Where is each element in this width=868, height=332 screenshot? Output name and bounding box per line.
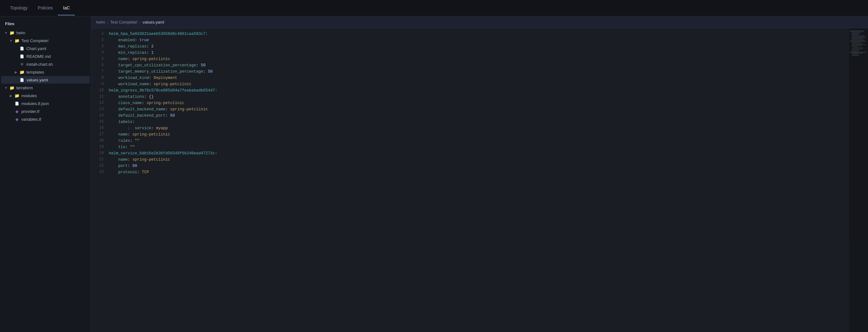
chevron-placeholder — [9, 117, 13, 121]
yaml-value: 1 — [151, 51, 154, 55]
tree-item-terraform[interactable]: ▼📁terraform — [1, 84, 90, 92]
tree-item-label: Chart.yaml — [26, 46, 46, 51]
tree-item-helm[interactable]: ▼📁helm — [1, 29, 90, 36]
code-line: 14 default_backend_port: 80 — [91, 112, 849, 119]
yaml-value: spring-petclinic — [132, 132, 170, 137]
yaml-colon: : — [147, 51, 151, 55]
content-area: helm › Test Complete! › values.yaml 1hel… — [91, 16, 868, 332]
code-content: helm_hpa_5a8d3621aeeb53658d8c4061caa583c… — [109, 31, 844, 37]
breadcrumb-helm: helm — [96, 20, 105, 25]
yaml-key-top: helm_service_6db16e2b36fd50349f6b240ead4… — [109, 151, 217, 156]
tree-item-modules[interactable]: ▶📁modules — [1, 92, 90, 99]
code-line: 9 workload_name: spring-petclinic — [91, 81, 849, 88]
yaml-colon: : — [165, 113, 170, 118]
svg-rect-12 — [851, 43, 863, 44]
tree-item-test-complete[interactable]: ▼📁Test Complete! — [1, 37, 90, 44]
chevron-icon: ▼ — [4, 86, 8, 90]
yaml-key: rules — [118, 139, 130, 143]
line-number: 21 — [91, 157, 104, 163]
yaml-key: default_backend_port — [118, 113, 165, 118]
yaml-colon: : — [196, 63, 201, 68]
line-number: 18 — [91, 138, 104, 144]
line-number: 10 — [91, 88, 104, 93]
code-line: 8 workload_kind: Deployment — [91, 75, 849, 81]
tab-iac[interactable]: IaC — [58, 1, 75, 15]
code-line: 5 name: spring-petclinic — [91, 56, 849, 62]
code-editor[interactable]: 1helm_hpa_5a8d3621aeeb53658d8c4061caa583… — [91, 28, 849, 332]
svg-rect-15 — [851, 46, 857, 47]
svg-rect-18 — [851, 50, 859, 50]
yaml-value: TCP — [142, 170, 149, 174]
file-icon: 📄 — [20, 54, 25, 59]
code-content: min_replicas: 1 — [109, 50, 844, 56]
code-indent — [109, 158, 118, 162]
svg-rect-4 — [851, 34, 859, 35]
code-indent — [109, 170, 118, 174]
code-content: rules: "" — [109, 138, 844, 144]
folder-icon: 📁 — [14, 38, 20, 43]
line-number: 23 — [91, 169, 104, 175]
tree-item-label: Test Complete! — [21, 38, 49, 43]
yaml-key: min_replicas — [118, 51, 147, 55]
tree-item-variables-tf[interactable]: ◆variables.tf — [1, 115, 90, 123]
tree-item-provider-tf[interactable]: ◆provider.tf — [1, 107, 90, 115]
line-number: 5 — [91, 56, 104, 62]
yaml-colon: : — [135, 38, 140, 42]
tree-item-values-yaml[interactable]: 📄values.yaml — [1, 76, 90, 84]
tree-item-chart-yaml[interactable]: 📄Chart.yaml — [1, 45, 90, 52]
code-line: 18 rules: "" — [91, 138, 849, 144]
yaml-key: port — [118, 164, 128, 168]
yaml-colon: : — [151, 126, 156, 130]
code-indent — [109, 63, 118, 68]
code-indent — [109, 107, 118, 111]
yaml-value: 50 — [208, 69, 213, 74]
code-line: 6 target_cpu_utilization_percentage: 50 — [91, 62, 849, 69]
yaml-colon: : — [144, 95, 149, 99]
terraform-icon: ◆ — [14, 117, 20, 122]
tree-item-templates[interactable]: ▶📁templates — [1, 68, 90, 76]
line-number: 13 — [91, 106, 104, 112]
breadcrumb-test-complete: Test Complete! — [111, 20, 138, 25]
tree-item-modules-tf-json[interactable]: 📄modules.tf.json — [1, 100, 90, 107]
code-content: target_memory_utilization_percentage: 50 — [109, 69, 844, 75]
line-number: 22 — [91, 163, 104, 169]
line-number: 3 — [91, 43, 104, 49]
code-content: helm_service_6db16e2b36fd50349f6b240ead4… — [109, 150, 844, 157]
code-line: 12 class_name: spring-petclinic — [91, 100, 849, 106]
chevron-icon: ▼ — [9, 38, 13, 43]
yaml-colon: : — [147, 44, 151, 49]
code-content: | service: myapp — [109, 125, 844, 131]
code-line: 22 port: 80 — [91, 163, 849, 169]
code-line: 4 min_replicas: 1 — [91, 50, 849, 56]
code-line: 17 name: spring-petclinic — [91, 131, 849, 138]
tab-topology[interactable]: Topology — [5, 1, 33, 15]
yaml-value: 80 — [132, 164, 137, 168]
breadcrumb: helm › Test Complete! › values.yaml — [91, 16, 868, 28]
tree-item-label: provider.tf — [21, 109, 39, 114]
code-line: 1helm_hpa_5a8d3621aeeb53658d8c4061caa583… — [91, 31, 849, 37]
line-number: 2 — [91, 37, 104, 43]
line-number: 19 — [91, 144, 104, 150]
yaml-key: default_backend_name — [118, 107, 165, 111]
yaml-colon: : — [128, 158, 132, 162]
code-content: port: 80 — [109, 163, 844, 169]
yaml-key: name — [118, 132, 128, 137]
tab-policies[interactable]: Policies — [33, 1, 58, 15]
svg-rect-0 — [849, 28, 868, 217]
yaml-value: spring-petclinic — [132, 158, 170, 162]
yaml-value: 2 — [151, 44, 154, 49]
chevron-placeholder — [14, 62, 18, 66]
svg-rect-14 — [851, 45, 862, 46]
chevron-icon: ▼ — [4, 31, 8, 35]
code-content: target_cpu_utilization_percentage: 50 — [109, 62, 844, 69]
yaml-value: "" — [135, 139, 140, 143]
tree-item-readme-md[interactable]: 📄README.md — [1, 53, 90, 60]
yaml-key: max_replicas — [118, 44, 147, 49]
svg-rect-23 — [851, 55, 860, 56]
code-indent — [109, 69, 118, 74]
svg-rect-7 — [851, 38, 866, 38]
chevron-placeholder — [14, 46, 18, 51]
svg-rect-10 — [850, 41, 866, 41]
tree-item-install-chart-sh[interactable]: ⚙install-chart.sh — [1, 60, 90, 68]
main-layout: Files ▼📁helm▼📁Test Complete!📄Chart.yaml📄… — [0, 16, 868, 332]
